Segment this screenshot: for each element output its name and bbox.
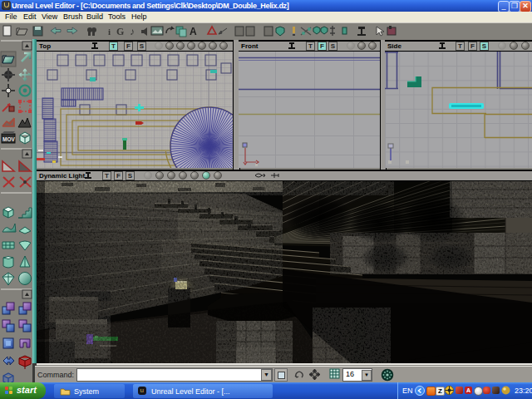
svg-text:♪: ♪ [130, 26, 135, 37]
svg-text:A: A [190, 26, 197, 37]
svg-text:G: G [116, 26, 124, 37]
svg-text:i: i [108, 27, 111, 37]
svg-text:MOV: MOV [2, 136, 15, 142]
